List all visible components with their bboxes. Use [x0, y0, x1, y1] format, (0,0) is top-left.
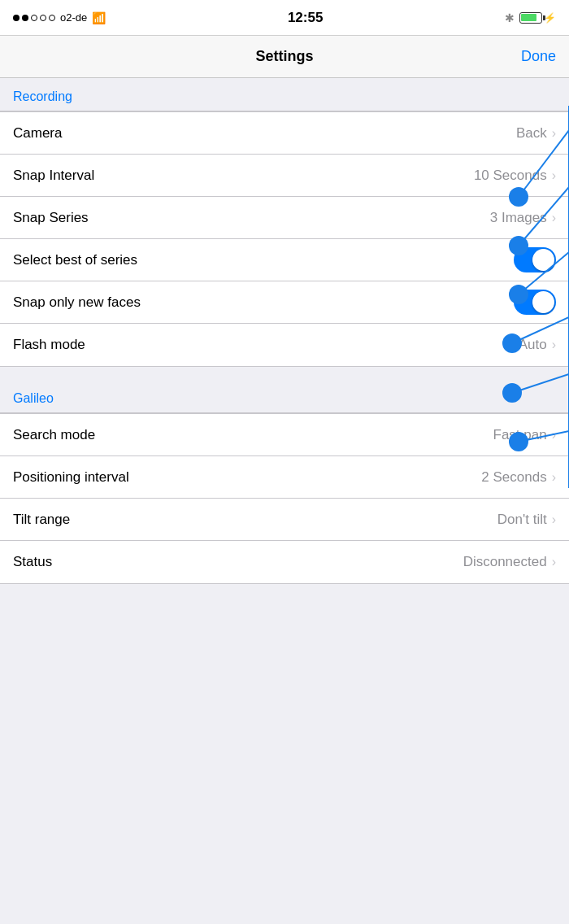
settings-row-tilt-range[interactable]: Tilt rangeDon't tilt›: [0, 499, 569, 541]
spacer-0: [0, 367, 569, 380]
battery-container: ⚡: [519, 12, 556, 24]
row-value-flash-mode: Auto: [519, 337, 547, 353]
settings-row-camera[interactable]: CameraBack›: [0, 112, 569, 155]
settings-row-snap-new-faces[interactable]: Snap only new faces: [0, 281, 569, 324]
settings-group-galileo: Search modeFast pan›Positioning interval…: [0, 413, 569, 584]
row-label-snap-series: Snap Series: [13, 210, 89, 226]
chevron-icon-search-mode: ›: [552, 428, 556, 442]
row-value-container-snap-series: 3 Images›: [490, 210, 556, 226]
settings-row-flash-mode[interactable]: Flash modeAuto›: [0, 324, 569, 366]
signal-dot-4: [40, 15, 46, 21]
row-label-snap-interval: Snap Interval: [13, 168, 94, 184]
done-button[interactable]: Done: [521, 48, 556, 65]
nav-bar: Settings Done: [0, 36, 569, 78]
signal-dot-2: [22, 15, 28, 21]
row-value-container-snap-interval: 10 Seconds›: [474, 168, 556, 184]
row-label-positioning-interval: Positioning interval: [13, 469, 129, 486]
signal-dots: [13, 15, 55, 21]
settings-row-status[interactable]: StatusDisconnected›: [0, 541, 569, 583]
signal-dot-5: [49, 15, 55, 21]
signal-dot-1: [13, 15, 20, 21]
section-header-galileo: Galileo: [0, 380, 569, 413]
settings-row-positioning-interval[interactable]: Positioning interval2 Seconds›: [0, 456, 569, 499]
row-value-container-positioning-interval: 2 Seconds›: [481, 469, 556, 486]
charging-icon: ⚡: [544, 12, 556, 24]
chevron-icon-snap-series: ›: [552, 211, 556, 225]
row-value-container-status: Disconnected›: [463, 554, 556, 570]
row-value-search-mode: Fast pan: [493, 427, 547, 443]
chevron-icon-flash-mode: ›: [552, 338, 556, 352]
bluetooth-icon: ✱: [505, 11, 515, 24]
settings-group-recording: CameraBack›Snap Interval10 Seconds›Snap …: [0, 111, 569, 367]
row-value-container-camera: Back›: [516, 125, 556, 142]
battery-fill: [521, 14, 536, 21]
row-label-status: Status: [13, 554, 52, 570]
toggle-snap-new-faces[interactable]: [514, 290, 556, 315]
toggle-knob-select-best: [532, 249, 554, 271]
row-label-camera: Camera: [13, 125, 62, 142]
nav-title: Settings: [255, 48, 313, 65]
chevron-icon-positioning-interval: ›: [552, 470, 556, 485]
signal-dot-3: [31, 15, 37, 21]
row-label-flash-mode: Flash mode: [13, 337, 85, 353]
row-value-snap-interval: 10 Seconds: [474, 168, 547, 184]
row-label-search-mode: Search mode: [13, 427, 95, 443]
toggle-select-best[interactable]: [514, 247, 556, 272]
status-bar: o2-de 📶 12:55 ✱ ⚡: [0, 0, 569, 36]
status-time: 12:55: [288, 10, 323, 26]
row-label-snap-new-faces: Snap only new faces: [13, 294, 141, 311]
row-value-container-search-mode: Fast pan›: [493, 427, 556, 443]
chevron-icon-snap-interval: ›: [552, 168, 556, 183]
row-value-snap-series: 3 Images: [490, 210, 547, 226]
row-value-container-tilt-range: Don't tilt›: [497, 512, 556, 528]
row-value-positioning-interval: 2 Seconds: [481, 469, 546, 486]
row-value-tilt-range: Don't tilt: [497, 512, 547, 528]
row-label-select-best: Select best of series: [13, 252, 137, 268]
settings-row-snap-interval[interactable]: Snap Interval10 Seconds›: [0, 155, 569, 197]
toggle-knob-snap-new-faces: [532, 291, 554, 313]
carrier-label: o2-de: [60, 11, 87, 24]
battery-icon: [519, 12, 542, 24]
chevron-icon-tilt-range: ›: [552, 512, 556, 527]
status-left: o2-de 📶: [13, 11, 106, 24]
chevron-icon-status: ›: [552, 555, 556, 569]
status-right: ✱ ⚡: [505, 11, 556, 24]
wifi-icon: 📶: [92, 11, 106, 24]
row-label-tilt-range: Tilt range: [13, 512, 70, 528]
settings-row-search-mode[interactable]: Search modeFast pan›: [0, 414, 569, 456]
row-value-status: Disconnected: [463, 554, 547, 570]
row-value-container-flash-mode: Auto›: [519, 337, 556, 353]
row-value-camera: Back: [516, 125, 547, 142]
settings-row-select-best[interactable]: Select best of series: [0, 239, 569, 281]
chevron-icon-camera: ›: [552, 126, 556, 141]
section-header-recording: Recording: [0, 78, 569, 111]
settings-row-snap-series[interactable]: Snap Series3 Images›: [0, 197, 569, 239]
